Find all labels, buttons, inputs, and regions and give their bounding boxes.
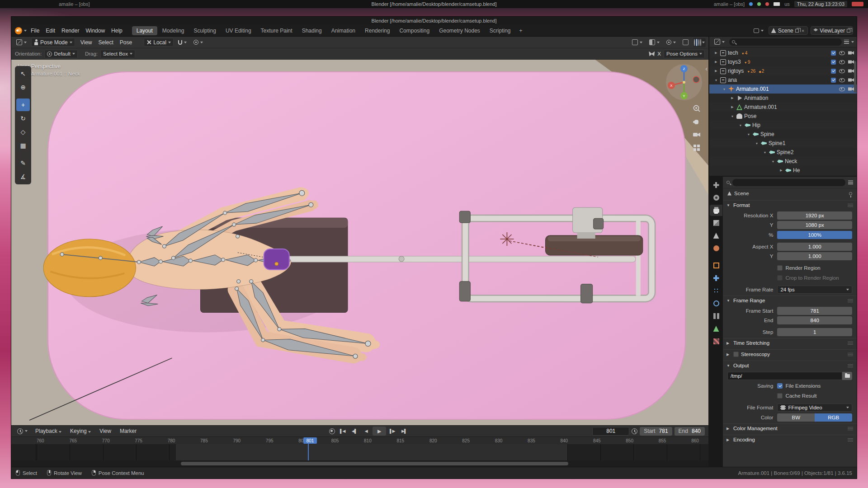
properties-tab-texture[interactable] [710,336,722,347]
blender-logo-icon[interactable] [15,27,22,34]
tray-icon-green[interactable] [757,2,761,6]
frame-rate-dropdown[interactable]: 24 fps [777,286,852,294]
outliner-row[interactable]: ▶ toys3 9 [709,57,857,66]
disclosure-arrow-icon[interactable]: ▼ [738,124,743,127]
add-workspace-button[interactable]: + [516,27,526,35]
workspace-tab[interactable]: Rendering [360,26,394,35]
stereoscopy-section-header[interactable]: ▶Stereoscopy [723,349,857,359]
camera-visibility-icon[interactable] [848,78,854,82]
overlays-toggle[interactable] [664,38,678,47]
menu-item[interactable]: Window [82,27,108,35]
camera-visibility-icon[interactable] [848,87,854,91]
properties-tab-view-layer[interactable] [710,217,722,229]
properties-search-input[interactable] [732,179,845,186]
color-management-section-header[interactable]: ▶Color Management [723,423,857,433]
shading-solid[interactable] [696,39,698,46]
render-region-checkbox[interactable] [777,265,783,271]
outliner-editor-type-dropdown[interactable] [712,38,727,46]
tool-orientation-dropdown[interactable]: Default [44,50,77,58]
viewport-menu-item[interactable]: Pose [117,38,135,47]
tool-button[interactable]: ∡ [16,170,30,183]
camera-view-icon[interactable] [692,130,701,139]
filter-chevron-icon[interactable] [851,41,854,43]
auto-keying-record-icon[interactable] [329,428,335,434]
step-field[interactable]: 1 [777,328,852,336]
workspace-tab[interactable]: Shading [297,26,326,35]
frame-start-field[interactable]: Start781 [640,427,672,436]
tray-icon-battery[interactable] [774,2,780,6]
eye-icon[interactable] [839,51,845,55]
properties-tab-physics[interactable] [710,298,722,309]
outliner-row[interactable]: ▶ rigtoys 26 2 [709,66,857,75]
outliner-row[interactable]: ▼ Hip [709,121,857,130]
object-visibility-dropdown[interactable] [630,38,645,47]
selectable-checkbox-icon[interactable] [831,60,836,65]
properties-tab-output[interactable] [710,205,722,216]
keyboard-layout-indicator[interactable]: us [784,1,790,7]
tray-icon-red[interactable] [765,2,769,6]
file-browser-button[interactable] [842,372,852,380]
keying-menu[interactable]: Keying [67,427,94,435]
disclosure-arrow-icon[interactable]: ▶ [730,96,735,100]
resolution-percent-slider[interactable]: 100% [777,231,852,239]
eye-icon[interactable] [839,78,845,82]
workspace-tab[interactable]: Geometry Nodes [434,26,485,35]
use-preview-range-icon[interactable] [632,428,637,434]
frame-end-field[interactable]: 840 [777,316,852,324]
color-bw-button[interactable]: BW [777,413,815,422]
outliner-row[interactable]: ▼ Neck [709,157,857,166]
playback-menu[interactable]: Playback [32,427,65,435]
playhead-line[interactable] [308,443,309,460]
marker-menu[interactable]: Marker [117,427,140,435]
playback-button[interactable]: ◀▌ [349,427,360,436]
disclosure-arrow-icon[interactable]: ▶ [714,60,718,64]
menu-item[interactable]: Help [108,27,126,35]
xray-toggle[interactable] [680,38,691,47]
frame-range-section-header[interactable]: ▼Frame Range [723,296,857,305]
properties-tab-tool[interactable] [710,179,722,191]
viewport-canvas[interactable]: User Perspective (801) Armature.001 :: N… [11,60,708,425]
disclosure-arrow-icon[interactable]: ▼ [714,79,718,82]
workspace-tab[interactable]: Compositing [395,26,434,35]
camera-visibility-icon[interactable] [848,69,854,73]
panel-grip-icon[interactable] [848,427,853,430]
proportional-editing-dropdown[interactable] [191,38,205,47]
panel-grip-icon[interactable] [848,341,853,345]
shading-rendered[interactable] [700,39,701,46]
eye-icon[interactable] [839,60,845,64]
playback-button[interactable]: ▌◀ [337,427,348,436]
tool-button[interactable]: ◇ [16,126,30,138]
tray-icon-blue[interactable] [749,2,753,6]
tool-button[interactable]: ↖ [16,67,30,80]
properties-tab-modifiers[interactable] [710,272,722,284]
disclosure-arrow-icon[interactable]: ▶ [779,169,783,172]
workspace-tab[interactable]: Layout [132,26,157,35]
snapping-dropdown[interactable] [176,38,189,47]
camera-visibility-icon[interactable] [848,51,854,55]
disclosure-arrow-icon[interactable]: ▼ [722,88,726,91]
viewport-menu-item[interactable]: Select [95,38,117,47]
time-stretching-section-header[interactable]: ▶Time Stretching [723,338,857,347]
properties-filter-icon[interactable] [848,180,853,184]
frame-start-field[interactable]: 781 [777,307,852,315]
properties-tab-world[interactable] [710,243,722,254]
properties-tab-scene[interactable] [710,230,722,241]
tool-button[interactable]: ↻ [16,112,30,125]
editor-type-dropdown[interactable] [14,38,29,47]
timeline-scrollbar[interactable] [11,460,708,467]
eye-icon[interactable] [839,87,845,91]
unlink-scene-icon[interactable]: × [801,28,805,33]
transform-orientation-dropdown[interactable]: Local [144,38,174,47]
eye-icon[interactable] [839,69,845,73]
view-layer-selector[interactable]: ViewLayer [811,26,853,35]
properties-tab-constraints[interactable] [710,310,722,322]
mode-dropdown[interactable]: Pose Mode [31,38,75,47]
navigation-gizmo[interactable]: Z X Y [664,62,704,102]
workspace-tab[interactable]: Sculpting [189,26,221,35]
workspace-tab[interactable]: UV Editing [221,26,256,35]
workspace-tab[interactable]: Scripting [485,26,515,35]
shading-material[interactable] [698,39,699,46]
disclosure-arrow-icon[interactable]: ▼ [763,151,767,154]
aspect-y-field[interactable]: 1.000 [777,252,852,260]
mirror-x-toggle[interactable]: X [657,51,661,56]
